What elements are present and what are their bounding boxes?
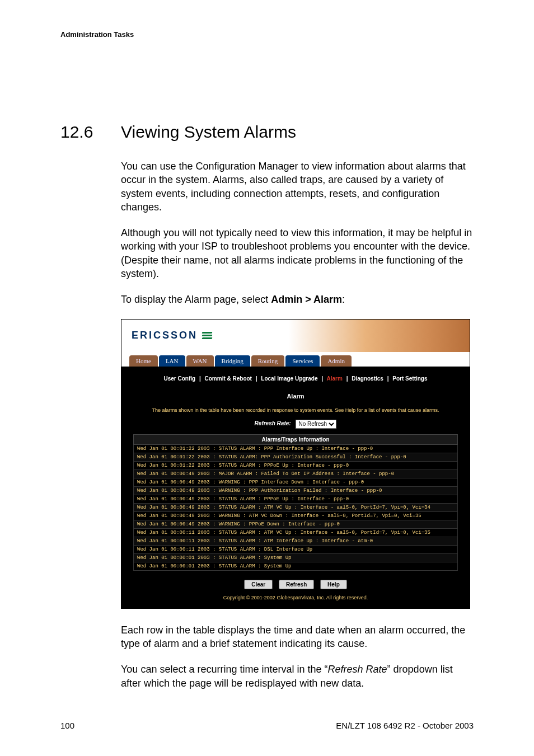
alarm-page-title: Alarm bbox=[129, 393, 462, 400]
table-row: Wed Jan 01 00:00:11 2003 : STATUS ALARM … bbox=[134, 545, 458, 553]
p3-suffix: : bbox=[342, 294, 345, 305]
subnav-sep: | bbox=[346, 375, 348, 382]
p5-a: You can select a recurring time interval… bbox=[121, 664, 328, 675]
help-button[interactable]: Help bbox=[320, 580, 347, 589]
table-row: Wed Jan 01 00:00:11 2003 : STATUS ALARM … bbox=[134, 537, 458, 545]
subnav-user-config[interactable]: User Config bbox=[163, 375, 195, 382]
table-row: Wed Jan 01 00:01:22 2003 : STATUS ALARM … bbox=[134, 444, 458, 453]
table-row: Wed Jan 01 00:00:01 2003 : STATUS ALARM … bbox=[134, 562, 458, 570]
paragraph-2: Although you will not typically need to … bbox=[121, 226, 474, 280]
table-row: Wed Jan 01 00:00:49 2003 : STATUS ALARM … bbox=[134, 495, 458, 503]
page-number: 100 bbox=[60, 721, 74, 730]
table-row: Wed Jan 01 00:00:01 2003 : STATUS ALARM … bbox=[134, 553, 458, 562]
copyright-text: Copyright © 2001-2002 GlobespanVirata, I… bbox=[129, 595, 462, 600]
paragraph-5: You can select a recurring time interval… bbox=[121, 663, 474, 690]
paragraph-4: Each row in the table displays the time … bbox=[121, 623, 474, 651]
subnav-sep: | bbox=[256, 375, 257, 382]
subnav-port-settings[interactable]: Port Settings bbox=[392, 375, 427, 382]
doc-id: EN/LZT 108 6492 R2 - October 2003 bbox=[336, 721, 474, 730]
paragraph-1: You can use the Configuration Manager to… bbox=[121, 159, 474, 214]
table-row: Wed Jan 01 00:00:49 2003 : WARNING : PPP… bbox=[134, 478, 458, 486]
table-row: Wed Jan 01 00:01:22 2003 : STATUS ALARM … bbox=[134, 461, 458, 469]
refresh-rate-label: Refresh Rate: bbox=[255, 420, 291, 426]
subnav-alarm[interactable]: Alarm bbox=[327, 375, 343, 382]
alarms-table-header: Alarms/Traps Information bbox=[134, 434, 458, 444]
refresh-rate-row: Refresh Rate: No Refresh bbox=[129, 420, 462, 429]
table-row: Wed Jan 01 00:00:49 2003 : WARNING : PPP… bbox=[134, 520, 458, 528]
subnav-sep: | bbox=[199, 375, 201, 382]
subnav-local-image-upgrade[interactable]: Local Image Upgrade bbox=[261, 375, 317, 382]
brand-logo: ERICSSON bbox=[132, 330, 212, 341]
main-nav-tabs: Home LAN WAN Bridging Routing Services A… bbox=[121, 352, 470, 367]
tab-wan[interactable]: WAN bbox=[186, 355, 214, 367]
tab-bridging[interactable]: Bridging bbox=[215, 355, 250, 367]
subnav-commit-reboot[interactable]: Commit & Reboot bbox=[205, 375, 252, 382]
alarm-page-screenshot: ERICSSON Home LAN WAN Bridging Routing S… bbox=[121, 319, 470, 609]
brand-text: ERICSSON bbox=[132, 330, 198, 341]
paragraph-3: To display the Alarm page, select Admin … bbox=[121, 293, 474, 306]
subnav-sep: | bbox=[321, 375, 323, 382]
tab-services[interactable]: Services bbox=[285, 355, 320, 367]
clear-button[interactable]: Clear bbox=[244, 580, 273, 589]
p5-italic: Refresh Rate bbox=[328, 664, 387, 675]
section-number: 12.6 bbox=[60, 123, 94, 142]
tab-admin[interactable]: Admin bbox=[321, 355, 352, 367]
refresh-rate-select[interactable]: No Refresh bbox=[296, 420, 336, 429]
running-head: Administration Tasks bbox=[60, 30, 474, 39]
subnav-diagnostics[interactable]: Diagnostics bbox=[352, 375, 383, 382]
subnav-sep: | bbox=[387, 375, 389, 382]
p3-prefix: To display the Alarm page, select bbox=[121, 294, 271, 305]
refresh-button[interactable]: Refresh bbox=[279, 580, 314, 589]
p3-bold: Admin > Alarm bbox=[271, 294, 342, 305]
alarm-help-note: The alarms shown in the table have been … bbox=[129, 407, 462, 413]
action-buttons: Clear Refresh Help bbox=[129, 580, 462, 589]
table-row: Wed Jan 01 00:01:22 2003 : STATUS ALARM:… bbox=[134, 453, 458, 461]
screenshot-header: ERICSSON bbox=[121, 320, 470, 352]
alarms-table: Alarms/Traps Information Wed Jan 01 00:0… bbox=[133, 434, 458, 571]
table-row: Wed Jan 01 00:00:49 2003 : WARNING : PPP… bbox=[134, 486, 458, 495]
tab-home[interactable]: Home bbox=[129, 355, 158, 367]
brand-bars-icon bbox=[202, 332, 212, 339]
table-row: Wed Jan 01 00:00:11 2003 : STATUS ALARM … bbox=[134, 528, 458, 537]
section-title: Viewing System Alarms bbox=[121, 123, 296, 142]
page-footer: 100 EN/LZT 108 6492 R2 - October 2003 bbox=[60, 721, 474, 730]
tab-lan[interactable]: LAN bbox=[159, 355, 185, 367]
tab-routing[interactable]: Routing bbox=[251, 355, 284, 367]
sub-nav: User Config | Commit & Reboot | Local Im… bbox=[129, 375, 462, 382]
table-row: Wed Jan 01 00:00:49 2003 : WARNING : ATM… bbox=[134, 511, 458, 520]
table-row: Wed Jan 01 00:00:49 2003 : MAJOR ALARM :… bbox=[134, 469, 458, 478]
table-row: Wed Jan 01 00:00:49 2003 : STATUS ALARM … bbox=[134, 503, 458, 511]
